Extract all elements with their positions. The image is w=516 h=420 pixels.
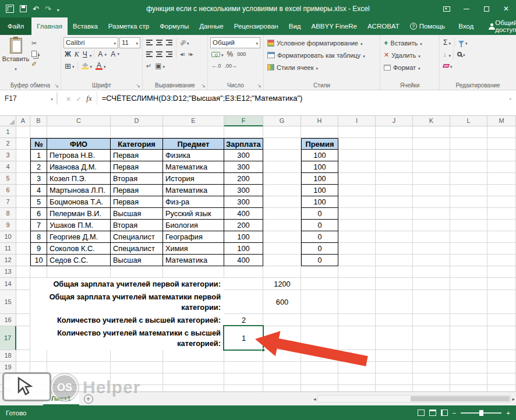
cell-F2[interactable]: Зарплата [224,138,263,150]
cell-B4[interactable]: 2 [30,161,47,173]
cell-D11[interactable]: Специалист [111,243,163,255]
zoom-slider-thumb[interactable] [479,410,483,416]
shrink-font-button[interactable]: А▼ [109,50,121,59]
scrollbar-track[interactable] [317,395,511,403]
font-color-button[interactable]: А [94,61,107,70]
decrease-indent-button[interactable] [179,51,186,58]
ribbon-tab[interactable]: Вставка [68,17,103,35]
wrap-text-button[interactable] [145,61,153,70]
column-header-K[interactable]: K [413,116,450,126]
align-center-button[interactable] [155,50,164,59]
cell-C12[interactable]: Седов С.С. [47,255,111,266]
formula-bar-expand-button[interactable] [508,95,513,101]
formula-input[interactable]: =СЧЁТЕСЛИМН(D3:D12;"Высшая";E3:E12;"Мате… [97,94,516,103]
cell-H12[interactable]: 0 [301,255,338,266]
zoom-out-button[interactable] [453,410,457,417]
cell-H9[interactable]: 0 [301,220,338,231]
cell-B5[interactable]: 3 [30,173,47,185]
align-middle-button[interactable] [155,38,164,47]
font-size-select[interactable]: 11 [119,37,140,48]
save-button[interactable] [20,5,27,12]
format-painter-button[interactable] [31,60,40,69]
cell-H5[interactable]: 100 [301,173,338,185]
scroll-right-icon[interactable] [512,396,515,402]
cell-B17[interactable]: Количество учителей математики с высшей … [30,326,224,350]
align-left-button[interactable] [145,50,154,59]
undo-button[interactable] [33,3,39,14]
scrollbar-thumb[interactable] [411,396,510,401]
column-header-G[interactable]: G [263,116,301,126]
column-header-M[interactable]: M [487,116,516,126]
ribbon-tab[interactable]: Формулы [154,17,194,35]
cell-F11[interactable]: 100 [224,243,263,255]
page-break-view-button[interactable] [441,410,448,416]
row-header-4[interactable]: 4 [0,161,16,173]
alignment-dialog-launcher[interactable] [201,83,206,89]
increase-decimal-button[interactable] [210,62,222,69]
cell-H3[interactable]: 100 [301,150,338,161]
number-dialog-launcher[interactable] [257,83,261,89]
clipboard-dialog-launcher[interactable] [54,83,59,89]
cell-H10[interactable]: 0 [301,231,338,243]
ribbon-tab[interactable]: Вид [284,17,306,35]
grow-font-button[interactable]: А▲ [97,50,108,59]
column-header-J[interactable]: J [376,116,413,126]
row-header-5[interactable]: 5 [0,173,16,185]
row-header-10[interactable]: 10 [0,231,16,243]
column-header-C[interactable]: C [47,116,111,126]
cell-F9[interactable]: 200 [224,220,263,231]
paste-button[interactable]: Вставить [2,37,29,73]
column-header-F[interactable]: F [224,116,263,126]
cell-F3[interactable]: 300 [224,150,263,161]
copy-button[interactable] [31,50,40,58]
cell-G14[interactable]: 1200 [263,278,301,290]
row-header-8[interactable]: 8 [0,208,16,220]
decrease-decimal-button[interactable] [224,62,239,69]
percent-format-button[interactable]: % [226,50,235,59]
cell-E7[interactable]: Физ-ра [163,196,224,208]
cell-B10[interactable]: 8 [30,231,47,243]
cell-B15[interactable]: Общая зарплата учителей математики перво… [30,290,224,314]
cell-C8[interactable]: Пелерман В.И. [47,208,111,220]
cell-C2[interactable]: ФИО [47,138,111,150]
cell-B6[interactable]: 4 [30,185,47,196]
find-select-button[interactable] [456,50,466,59]
number-format-select[interactable]: Общий [210,37,260,48]
ribbon-tab[interactable]: Разметка стр [103,17,154,35]
cell-E5[interactable]: История [163,173,224,185]
ribbon-tab[interactable]: Рецензирован [229,17,284,35]
confirm-entry-button[interactable] [76,93,82,104]
column-header-L[interactable]: L [450,116,487,126]
normal-view-button[interactable] [418,410,425,416]
cell-styles-button[interactable]: Стили ячеек [266,61,378,73]
cell-D8[interactable]: Высшая [111,208,163,220]
fill-color-button[interactable] [80,61,93,70]
cell-C4[interactable]: Иванова Д.М. [47,161,111,173]
row-header-7[interactable]: 7 [0,196,16,208]
row-header-11[interactable]: 11 [0,243,16,255]
cell-D6[interactable]: Первая [111,185,163,196]
cell-F6[interactable]: 300 [224,185,263,196]
cell-C10[interactable]: Георгиев Д.М. [47,231,111,243]
insert-function-button[interactable]: fx [86,94,91,103]
increase-indent-button[interactable] [187,51,194,58]
cell-H11[interactable]: 0 [301,243,338,255]
cell-B11[interactable]: 9 [30,243,47,255]
ribbon-tab[interactable]: Главная [31,17,68,35]
row-header-6[interactable]: 6 [0,185,16,196]
cell-D12[interactable]: Высшая [111,255,163,266]
borders-button[interactable] [63,61,75,71]
column-header-B[interactable]: B [30,116,47,126]
cell-B12[interactable]: 10 [30,255,47,266]
align-top-button[interactable] [145,38,154,47]
cell-B3[interactable]: 1 [30,150,47,161]
insert-cells-button[interactable]: Вставить [383,37,437,49]
ribbon-display-options-button[interactable] [437,0,457,17]
minimize-button[interactable] [457,0,476,17]
ribbon-tab[interactable]: ACROBAT [362,17,405,35]
page-layout-view-button[interactable] [429,410,436,416]
cell-D7[interactable]: Первая [111,196,163,208]
cell-E12[interactable]: Математика [163,255,224,266]
cell-B16[interactable]: Количество учителей с высшей категорией: [30,314,224,326]
row-header-18[interactable]: 18 [0,350,16,362]
